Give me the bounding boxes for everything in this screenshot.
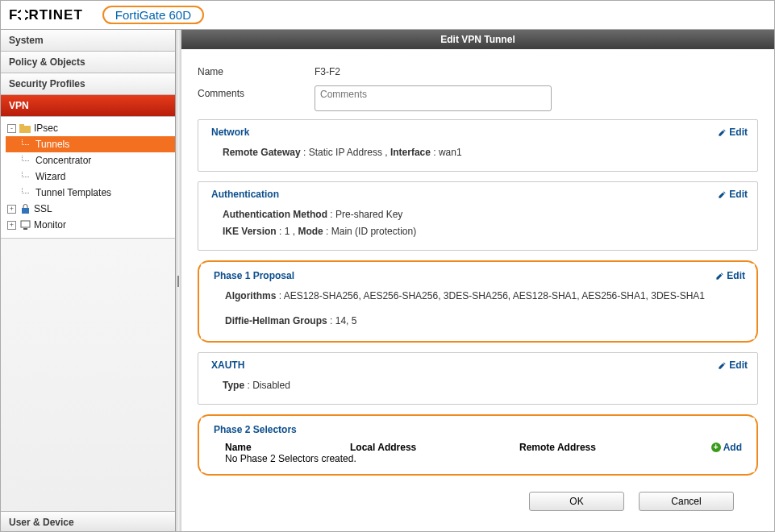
folder-icon xyxy=(19,123,31,134)
device-name-badge: FortiGate 60D xyxy=(102,6,204,24)
sidebar-section-vpn[interactable]: VPN xyxy=(1,95,175,117)
rg-value: Static IP Address , xyxy=(309,147,388,158)
phase2-highlight: Phase 2 Selectors Name Local Address Rem… xyxy=(198,414,758,476)
xauth-type-value: Disabled xyxy=(252,380,290,391)
mode-label: Mode xyxy=(298,226,323,237)
p2-col-remote: Remote Address xyxy=(519,442,711,453)
tree-label: Concentrator xyxy=(35,155,91,166)
dh-label: Diffie-Hellman Groups xyxy=(225,315,327,326)
tree-label: Tunnel Templates xyxy=(35,187,111,198)
phase1-title: Phase 1 Proposal xyxy=(214,270,294,281)
edit-xauth-button[interactable]: Edit xyxy=(718,360,748,371)
tree-label: SSL xyxy=(34,203,52,214)
auth-title: Authentication xyxy=(211,189,279,200)
p2-col-name: Name xyxy=(225,442,350,453)
cancel-button[interactable]: Cancel xyxy=(639,492,734,511)
tree-item-wizard[interactable]: Wizard xyxy=(6,168,175,185)
algo-value: AES128-SHA256, AES256-SHA256, 3DES-SHA25… xyxy=(284,290,705,301)
ike-value: 1 , xyxy=(285,226,295,237)
auth-panel: Authentication Edit Authentication Metho… xyxy=(198,181,758,251)
expand-icon[interactable]: + xyxy=(7,205,16,214)
xauth-panel: XAUTH Edit Type : Disabled xyxy=(198,352,758,405)
plus-icon: + xyxy=(711,443,721,452)
tree-label: Wizard xyxy=(35,171,65,182)
expand-icon[interactable]: + xyxy=(7,221,16,230)
phase1-panel: Phase 1 Proposal Edit Algorithms : AES12… xyxy=(201,264,755,339)
edit-auth-button[interactable]: Edit xyxy=(718,189,748,200)
splitter-handle[interactable] xyxy=(176,30,181,532)
name-value: F3-F2 xyxy=(315,64,340,77)
sidebar-section-system[interactable]: System xyxy=(1,30,175,52)
tree-item-tunnels[interactable]: Tunnels xyxy=(6,136,175,152)
collapse-icon[interactable]: - xyxy=(7,124,16,133)
iface-label: Interface xyxy=(390,147,431,158)
phase2-title: Phase 2 Selectors xyxy=(214,424,297,435)
name-label: Name xyxy=(198,64,315,77)
edit-phase1-button[interactable]: Edit xyxy=(715,270,745,281)
svg-rect-2 xyxy=(19,124,24,127)
tree-label: Monitor xyxy=(34,219,66,231)
footer-buttons: OK Cancel xyxy=(198,485,758,519)
sidebar-section-policy[interactable]: Policy & Objects xyxy=(1,52,175,73)
add-phase2-button[interactable]: +Add xyxy=(711,442,742,453)
comments-input[interactable] xyxy=(315,85,552,111)
xauth-title: XAUTH xyxy=(211,360,244,371)
vpn-tree: - IPsec Tunnels Concentrator Wi xyxy=(1,117,175,239)
tree-item-tunnel-templates[interactable]: Tunnel Templates xyxy=(6,185,175,201)
tree-item-ssl[interactable]: + SSL xyxy=(6,201,175,217)
monitor-icon xyxy=(19,219,31,231)
rg-label: Remote Gateway xyxy=(223,147,301,158)
xauth-type-label: Type xyxy=(223,380,244,391)
ok-button[interactable]: OK xyxy=(529,492,624,511)
sidebar-section-user[interactable]: User & Device xyxy=(1,511,175,532)
tree-item-ipsec[interactable]: - IPsec xyxy=(6,120,175,136)
comments-label: Comments xyxy=(198,85,315,99)
tree-item-monitor[interactable]: + Monitor xyxy=(6,217,175,233)
tree-item-concentrator[interactable]: Concentrator xyxy=(6,152,175,168)
phase2-header-row: Name Local Address Remote Address +Add xyxy=(201,438,755,453)
svg-rect-5 xyxy=(23,228,27,230)
phase1-highlight: Phase 1 Proposal Edit Algorithms : AES12… xyxy=(198,260,758,343)
mode-value: Main (ID protection) xyxy=(331,226,416,237)
page-title: Edit VPN Tunnel xyxy=(181,30,774,49)
algo-label: Algorithms xyxy=(225,290,276,301)
edit-network-button[interactable]: Edit xyxy=(718,127,748,138)
svg-rect-3 xyxy=(22,208,29,214)
iface-value: wan1 xyxy=(439,147,462,158)
dh-value: 14, 5 xyxy=(335,315,357,326)
auth-method-value: Pre-shared Key xyxy=(335,209,402,220)
network-panel: Network Edit Remote Gateway : Static IP … xyxy=(198,119,758,172)
svg-rect-4 xyxy=(21,221,30,227)
sidebar: System Policy & Objects Security Profile… xyxy=(1,30,176,532)
ssl-icon xyxy=(19,203,31,214)
phase2-panel: Phase 2 Selectors Name Local Address Rem… xyxy=(201,418,755,472)
main-panel: Edit VPN Tunnel Name F3-F2 Comments Netw… xyxy=(181,30,774,532)
network-title: Network xyxy=(211,127,249,138)
p2-col-local: Local Address xyxy=(350,442,519,453)
app-header: FRTINET FortiGate 60D xyxy=(1,1,774,30)
auth-method-label: Authentication Method xyxy=(223,209,327,220)
tree-label: IPsec xyxy=(34,123,58,134)
sidebar-section-security[interactable]: Security Profiles xyxy=(1,73,175,95)
tree-label: Tunnels xyxy=(35,139,69,150)
brand-logo: FRTINET xyxy=(9,7,83,23)
ike-label: IKE Version xyxy=(223,226,277,237)
phase2-empty: No Phase 2 Selectors created. xyxy=(201,453,755,472)
